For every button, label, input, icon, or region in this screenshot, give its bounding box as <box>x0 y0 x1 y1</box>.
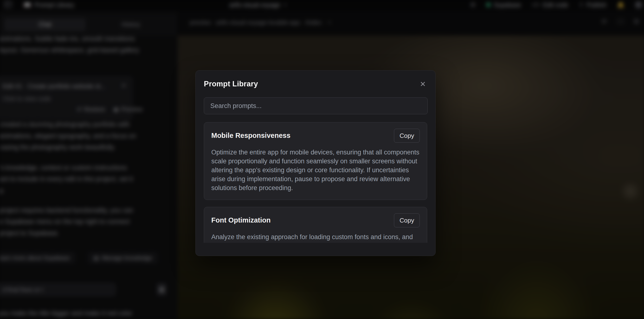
prompt-body: Optimize the entire app for mobile devic… <box>211 148 420 192</box>
prompt-card: Font Optimization Copy Analyze the exist… <box>204 207 427 243</box>
prompt-card: Mobile Responsiveness Copy Optimize the … <box>204 122 427 200</box>
prompt-list: Mobile Responsiveness Copy Optimize the … <box>204 122 427 243</box>
copy-button[interactable]: Copy <box>394 129 420 143</box>
copy-button[interactable]: Copy <box>394 214 420 227</box>
prompt-body: Analyze the existing approach for loadin… <box>211 233 420 243</box>
prompt-title: Font Optimization <box>211 214 270 224</box>
app-window: 📖 Prompt Library artfx-visual-voyage ▾ ⚙… <box>0 0 644 319</box>
prompt-library-modal: Prompt Library ✕ Mobile Responsiveness C… <box>196 70 436 256</box>
modal-title: Prompt Library <box>204 80 427 88</box>
close-icon[interactable]: ✕ <box>418 79 428 89</box>
search-input[interactable] <box>204 98 428 114</box>
prompt-title: Mobile Responsiveness <box>211 129 290 140</box>
